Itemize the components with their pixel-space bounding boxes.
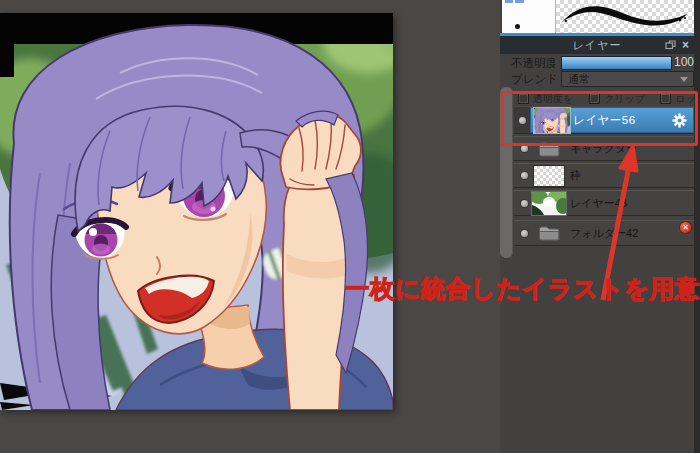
opacity-label: 不透明度 — [511, 56, 555, 69]
visibility-dot-icon[interactable] — [521, 145, 528, 152]
checkbox-icon[interactable] — [589, 93, 600, 104]
folder-icon — [538, 141, 560, 157]
checkbox-icon[interactable] — [660, 93, 671, 104]
option-lock[interactable]: ロック — [660, 92, 700, 106]
app-window: レイヤー × 不透明度 100 ブレンド 通常 透明度を クリップ ロック — [0, 0, 700, 453]
layer-name: レイヤー43 — [570, 196, 627, 211]
chevron-down-icon — [680, 77, 688, 82]
blend-mode-value: 通常 — [562, 72, 680, 87]
layer-row-background[interactable]: レイヤー43 — [514, 190, 694, 216]
gear-icon[interactable] — [672, 113, 687, 128]
delete-badge-icon[interactable]: ✕ — [680, 222, 691, 233]
layer-row-folder-character[interactable]: キャラクター — [514, 136, 694, 161]
blend-mode-dropdown[interactable]: 通常 — [561, 71, 694, 87]
layer-name: レイヤー56 — [573, 113, 636, 128]
canvas-viewport[interactable] — [0, 13, 393, 410]
layer-name: フォルダー42 — [570, 226, 638, 241]
option-clipping[interactable]: クリップ — [589, 92, 645, 106]
blend-label: ブレンド — [511, 72, 559, 86]
visibility-dot-icon[interactable] — [521, 230, 528, 237]
layer-name: 枠 — [570, 168, 581, 183]
visibility-dot-icon[interactable] — [519, 117, 526, 124]
visibility-dot-icon[interactable] — [521, 172, 528, 179]
option-protect-alpha[interactable]: 透明度を — [518, 92, 573, 106]
layer-list-scrollbar[interactable] — [500, 87, 513, 258]
transparent-layer-thumbnail — [533, 165, 565, 187]
brush-tip-dot — [515, 24, 520, 29]
panel-edge-strip — [694, 0, 700, 453]
layer-row-folder-42[interactable]: フォルダー42 ✕ — [514, 220, 694, 246]
layer-option-row: 透明度を クリップ ロック — [514, 92, 694, 105]
popout-window-icon[interactable] — [665, 40, 676, 50]
layer-thumbnail — [533, 107, 571, 134]
close-icon[interactable]: × — [682, 40, 689, 50]
brush-tip-preview[interactable] — [502, 0, 556, 33]
opacity-slider[interactable] — [561, 56, 672, 70]
truncated-brush-label — [505, 0, 525, 4]
layer-thumbnail — [531, 191, 567, 216]
layer-name: キャラクター — [570, 141, 637, 156]
brush-stroke-preview[interactable] — [556, 0, 694, 33]
visibility-dot-icon[interactable] — [521, 200, 528, 207]
layer-panel-titlebar: レイヤー × — [500, 36, 694, 54]
folder-icon — [538, 225, 560, 241]
layer-row-frame[interactable]: 枠 — [514, 163, 694, 188]
brush-stroke-sample — [556, 0, 694, 33]
layer-row-selected[interactable]: レイヤー56 — [514, 106, 694, 134]
checkbox-icon[interactable] — [518, 93, 529, 104]
opacity-value: 100 — [668, 55, 694, 69]
canvas-illustration — [0, 13, 393, 410]
